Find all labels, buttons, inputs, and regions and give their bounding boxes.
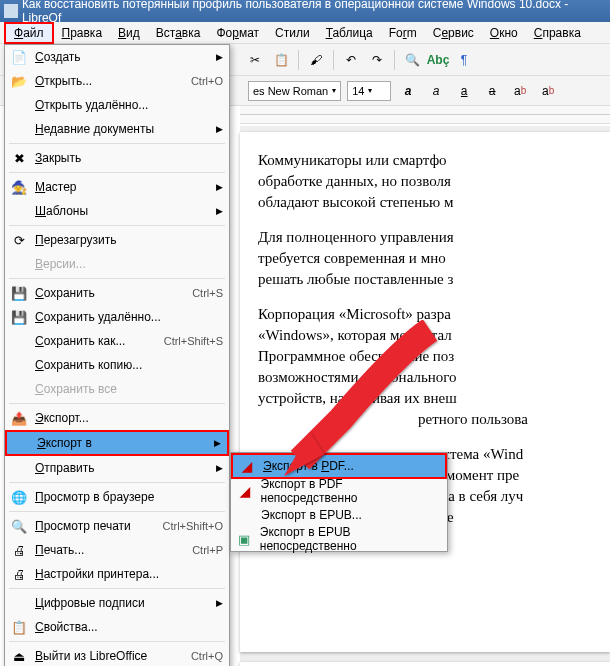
- redo-icon[interactable]: ↷: [366, 49, 388, 71]
- window-title: Как восстановить потерянный профиль поль…: [22, 0, 606, 25]
- pilcrow-icon[interactable]: ¶: [453, 49, 475, 71]
- file-menu-item[interactable]: Цифровые подписи▶: [5, 591, 229, 615]
- subscript-icon[interactable]: ab: [537, 80, 559, 102]
- file-menu-item[interactable]: Недавние документы▶: [5, 117, 229, 141]
- font-name-combo[interactable]: es New Roman▾: [248, 81, 341, 101]
- menu-window[interactable]: Окно: [482, 24, 526, 42]
- document-page[interactable]: Коммуникаторы или смартфообработке данны…: [240, 132, 610, 652]
- menu-styles[interactable]: Стили: [267, 24, 318, 42]
- file-menu-item[interactable]: Сохранить как...Ctrl+Shift+S: [5, 329, 229, 353]
- bold-icon[interactable]: a: [397, 80, 419, 102]
- file-menu-item[interactable]: 💾Сохранить удалённо...: [5, 305, 229, 329]
- search-icon[interactable]: 🔍: [401, 49, 423, 71]
- file-menu-item: Версии...: [5, 252, 229, 276]
- file-menu-item[interactable]: 🖨Настройки принтера...: [5, 562, 229, 586]
- export-submenu-item[interactable]: ◢Экспорт в PDF...: [231, 453, 447, 479]
- ruler: [240, 106, 610, 124]
- file-menu-item[interactable]: Открыть удалённо...: [5, 93, 229, 117]
- file-menu-item[interactable]: Шаблоны▶: [5, 199, 229, 223]
- menu-form[interactable]: Form: [381, 24, 425, 42]
- document-page-next[interactable]: [240, 662, 610, 666]
- file-menu-item[interactable]: 💾СохранитьCtrl+S: [5, 281, 229, 305]
- file-menu-item[interactable]: Отправить▶: [5, 456, 229, 480]
- file-menu-item[interactable]: 🔍Просмотр печатиCtrl+Shift+O: [5, 514, 229, 538]
- menu-tools[interactable]: Сервис: [425, 24, 482, 42]
- spellcheck-icon[interactable]: Abç: [427, 49, 449, 71]
- italic-icon[interactable]: a: [425, 80, 447, 102]
- strike-icon[interactable]: a: [481, 80, 503, 102]
- menu-insert[interactable]: Вставка: [148, 24, 209, 42]
- pdf-icon: ◢: [235, 484, 255, 499]
- menu-file[interactable]: Файл: [4, 22, 54, 44]
- file-menu-item[interactable]: Экспорт в▶: [5, 430, 229, 456]
- file-menu-item[interactable]: 📋Свойства...: [5, 615, 229, 639]
- file-menu-item[interactable]: ⏏Выйти из LibreOfficeCtrl+Q: [5, 644, 229, 666]
- undo-icon[interactable]: ↶: [340, 49, 362, 71]
- cut-icon[interactable]: ✂: [244, 49, 266, 71]
- pdf-icon: ◢: [237, 459, 257, 474]
- file-menu-item[interactable]: 📂Открыть...Ctrl+O: [5, 69, 229, 93]
- paint-icon[interactable]: 🖌: [305, 49, 327, 71]
- font-size-combo[interactable]: 14▾: [347, 81, 391, 101]
- epub-icon: ▣: [235, 532, 254, 547]
- menu-table[interactable]: Таблица: [318, 24, 381, 42]
- window-titlebar: Как восстановить потерянный профиль поль…: [0, 0, 610, 22]
- export-submenu-item[interactable]: Экспорт в EPUB...: [231, 503, 447, 527]
- menu-format[interactable]: Формат: [208, 24, 267, 42]
- export-submenu-item[interactable]: ◢Экспорт в PDF непосредственно: [231, 479, 447, 503]
- menu-edit[interactable]: Правка: [54, 24, 111, 42]
- document-area: Коммуникаторы или смартфообработке данны…: [240, 126, 610, 666]
- file-menu-dropdown: 📄Создать▶📂Открыть...Ctrl+OОткрыть удалён…: [4, 44, 230, 666]
- file-menu-item[interactable]: ✖Закрыть: [5, 146, 229, 170]
- copy-icon[interactable]: 📋: [270, 49, 292, 71]
- file-menu-item[interactable]: 📤Экспорт...: [5, 406, 229, 430]
- export-to-submenu: ◢Экспорт в PDF...◢Экспорт в PDF непосред…: [230, 452, 448, 552]
- file-menu-item[interactable]: 🧙Мастер▶: [5, 175, 229, 199]
- file-menu-item[interactable]: 🖨Печать...Ctrl+P: [5, 538, 229, 562]
- superscript-icon[interactable]: ab: [509, 80, 531, 102]
- file-menu-item[interactable]: 🌐Просмотр в браузере: [5, 485, 229, 509]
- underline-icon[interactable]: a: [453, 80, 475, 102]
- app-icon: [4, 4, 18, 18]
- file-menu-item[interactable]: 📄Создать▶: [5, 45, 229, 69]
- menu-view[interactable]: Вид: [110, 24, 148, 42]
- menu-help[interactable]: Справка: [526, 24, 589, 42]
- file-menu-item[interactable]: ⟳Перезагрузить: [5, 228, 229, 252]
- menubar: Файл Правка Вид Вставка Формат Стили Таб…: [0, 22, 610, 44]
- file-menu-item[interactable]: Сохранить копию...: [5, 353, 229, 377]
- export-submenu-item[interactable]: ▣Экспорт в EPUB непосредственно: [231, 527, 447, 551]
- file-menu-item: Сохранить все: [5, 377, 229, 401]
